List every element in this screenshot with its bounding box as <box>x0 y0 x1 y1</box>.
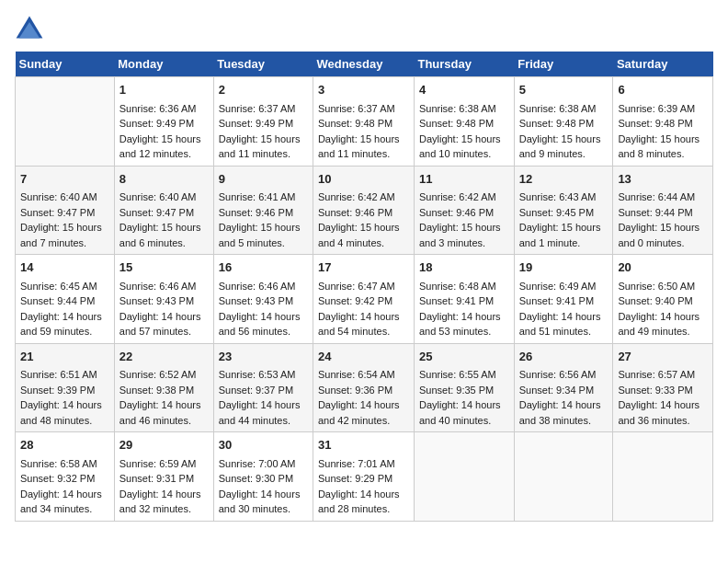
day-info: Sunrise: 6:43 AM <box>519 190 609 205</box>
day-info: Daylight: 14 hours <box>119 397 209 413</box>
day-info: Sunrise: 6:40 AM <box>20 190 109 205</box>
day-number: 22 <box>119 348 209 366</box>
day-info: Sunset: 9:47 PM <box>20 205 109 221</box>
day-info: Daylight: 14 hours <box>318 397 409 413</box>
calendar-week-row: 1Sunrise: 6:36 AMSunset: 9:49 PMDaylight… <box>16 77 713 167</box>
day-info: Sunset: 9:48 PM <box>618 116 708 132</box>
day-info: Sunrise: 6:42 AM <box>318 190 409 205</box>
day-info: Daylight: 14 hours <box>219 309 308 325</box>
day-info: Sunrise: 6:42 AM <box>419 190 509 205</box>
day-number: 17 <box>318 259 409 277</box>
day-info: Sunset: 9:46 PM <box>419 205 509 221</box>
day-info: Daylight: 15 hours <box>519 220 609 236</box>
day-info: Sunset: 9:39 PM <box>20 383 109 398</box>
day-info: and 30 minutes. <box>219 501 308 517</box>
calendar-cell: 2Sunrise: 6:37 AMSunset: 9:49 PMDaylight… <box>213 77 313 167</box>
weekday-header-wednesday: Wednesday <box>313 52 414 77</box>
calendar-cell: 20Sunrise: 6:50 AMSunset: 9:40 PMDayligh… <box>613 255 713 344</box>
day-info: Daylight: 14 hours <box>618 397 708 413</box>
day-info: Sunset: 9:38 PM <box>119 383 209 398</box>
calendar-cell: 10Sunrise: 6:42 AMSunset: 9:46 PMDayligh… <box>313 166 414 255</box>
day-info: Daylight: 15 hours <box>618 220 708 236</box>
calendar-cell: 23Sunrise: 6:53 AMSunset: 9:37 PMDayligh… <box>213 343 313 432</box>
day-info: Sunrise: 6:49 AM <box>519 279 609 294</box>
weekday-header-tuesday: Tuesday <box>213 52 313 77</box>
day-number: 18 <box>419 259 509 277</box>
day-info: Sunrise: 6:39 AM <box>618 101 708 117</box>
day-info: Daylight: 14 hours <box>519 397 609 413</box>
day-info: and 51 minutes. <box>519 324 609 339</box>
day-info: Daylight: 15 hours <box>419 220 509 236</box>
day-info: Daylight: 14 hours <box>618 309 708 325</box>
day-number: 15 <box>119 259 209 277</box>
day-info: Sunset: 9:49 PM <box>119 116 209 132</box>
day-number: 24 <box>318 348 409 366</box>
calendar-cell: 24Sunrise: 6:54 AMSunset: 9:36 PMDayligh… <box>313 343 414 432</box>
calendar-cell: 28Sunrise: 6:58 AMSunset: 9:32 PMDayligh… <box>16 432 115 522</box>
day-info: and 0 minutes. <box>618 236 708 251</box>
day-info: Sunset: 9:31 PM <box>119 471 209 487</box>
calendar-cell: 19Sunrise: 6:49 AMSunset: 9:41 PMDayligh… <box>514 255 613 344</box>
calendar-cell: 3Sunrise: 6:37 AMSunset: 9:48 PMDaylight… <box>313 77 414 167</box>
day-number: 30 <box>219 436 308 454</box>
day-info: Sunrise: 6:36 AM <box>119 101 209 117</box>
day-info: Sunset: 9:32 PM <box>20 471 109 487</box>
day-info: Daylight: 14 hours <box>20 309 109 325</box>
day-info: Sunset: 9:45 PM <box>519 205 609 221</box>
day-number: 5 <box>519 81 609 99</box>
day-info: Sunrise: 6:38 AM <box>419 101 509 117</box>
day-info: Daylight: 15 hours <box>318 220 409 236</box>
calendar-cell: 7Sunrise: 6:40 AMSunset: 9:47 PMDaylight… <box>16 166 115 255</box>
day-info: and 54 minutes. <box>318 324 409 339</box>
day-info: and 49 minutes. <box>618 324 708 339</box>
day-info: Sunset: 9:35 PM <box>419 383 509 398</box>
calendar-week-row: 28Sunrise: 6:58 AMSunset: 9:32 PMDayligh… <box>16 432 713 522</box>
weekday-header-monday: Monday <box>114 52 213 77</box>
day-info: Sunrise: 6:58 AM <box>20 456 109 472</box>
day-number: 25 <box>419 348 509 366</box>
day-number: 6 <box>618 81 708 99</box>
day-info: Sunset: 9:41 PM <box>519 293 609 309</box>
day-info: and 12 minutes. <box>119 146 209 162</box>
day-info: Daylight: 14 hours <box>20 397 109 413</box>
calendar-cell: 18Sunrise: 6:48 AMSunset: 9:41 PMDayligh… <box>414 255 514 344</box>
weekday-header-thursday: Thursday <box>414 52 514 77</box>
day-info: Sunset: 9:43 PM <box>119 293 209 309</box>
day-info: Sunrise: 6:56 AM <box>519 367 609 383</box>
calendar-cell: 9Sunrise: 6:41 AMSunset: 9:46 PMDaylight… <box>213 166 313 255</box>
calendar-cell: 5Sunrise: 6:38 AMSunset: 9:48 PMDaylight… <box>514 77 613 167</box>
day-info: and 28 minutes. <box>318 501 409 517</box>
day-info: and 1 minute. <box>519 236 609 251</box>
day-info: Daylight: 14 hours <box>419 309 509 325</box>
logo <box>15 15 48 44</box>
day-info: and 46 minutes. <box>119 413 209 429</box>
day-number: 12 <box>519 170 609 189</box>
day-info: Sunset: 9:43 PM <box>219 293 308 309</box>
calendar-cell: 1Sunrise: 6:36 AMSunset: 9:49 PMDaylight… <box>114 77 213 167</box>
calendar-cell: 8Sunrise: 6:40 AMSunset: 9:47 PMDaylight… <box>114 166 213 255</box>
calendar-week-row: 21Sunrise: 6:51 AMSunset: 9:39 PMDayligh… <box>16 343 713 432</box>
day-info: Sunset: 9:37 PM <box>219 383 308 398</box>
calendar-cell <box>613 432 713 522</box>
calendar-week-row: 7Sunrise: 6:40 AMSunset: 9:47 PMDaylight… <box>16 166 713 255</box>
day-info: Sunrise: 6:41 AM <box>219 190 308 205</box>
day-info: Daylight: 15 hours <box>519 132 609 147</box>
day-info: Daylight: 15 hours <box>219 132 308 147</box>
calendar-week-row: 14Sunrise: 6:45 AMSunset: 9:44 PMDayligh… <box>16 255 713 344</box>
day-number: 26 <box>519 348 609 366</box>
day-info: Daylight: 15 hours <box>618 132 708 147</box>
day-number: 21 <box>20 348 109 366</box>
day-info: and 56 minutes. <box>219 324 308 339</box>
day-info: and 42 minutes. <box>318 413 409 429</box>
day-info: Sunrise: 6:45 AM <box>20 279 109 294</box>
calendar-cell: 31Sunrise: 7:01 AMSunset: 9:29 PMDayligh… <box>313 432 414 522</box>
day-info: and 59 minutes. <box>20 324 109 339</box>
day-info: Daylight: 14 hours <box>318 309 409 325</box>
calendar-cell: 16Sunrise: 6:46 AMSunset: 9:43 PMDayligh… <box>213 255 313 344</box>
day-info: Sunset: 9:46 PM <box>318 205 409 221</box>
day-info: Sunrise: 6:46 AM <box>119 279 209 294</box>
calendar-cell <box>514 432 613 522</box>
day-info: Sunrise: 6:59 AM <box>119 456 209 472</box>
day-info: Sunrise: 6:48 AM <box>419 279 509 294</box>
calendar-cell: 29Sunrise: 6:59 AMSunset: 9:31 PMDayligh… <box>114 432 213 522</box>
